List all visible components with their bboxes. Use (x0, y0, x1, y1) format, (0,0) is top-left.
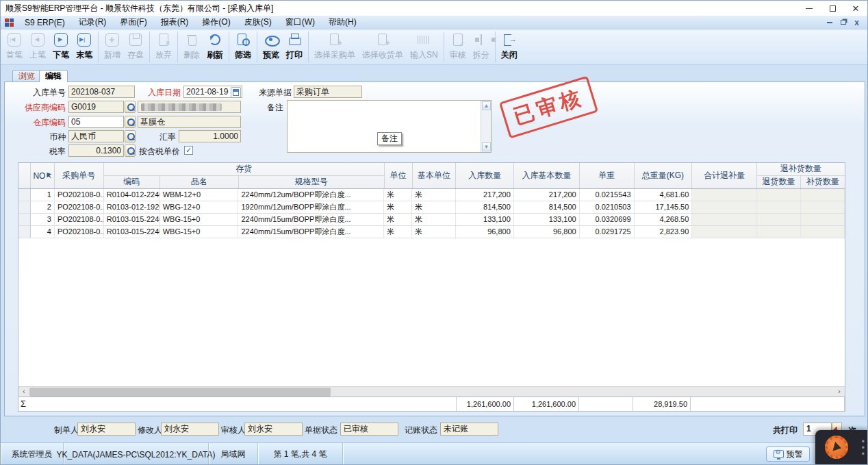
mdi-close-icon[interactable]: x (854, 18, 859, 27)
toolbar-button-print[interactable]: 打印 (283, 29, 306, 64)
detail-grid: NO 采购单号 存货 编码 品名 规格型号 单位 基本单位 入库数量 入库基本数… (18, 162, 845, 412)
maker-field: 刘永安 (77, 423, 136, 436)
grid-body: 1PO202108-0...R0104-012-2240-00WBM-12+02… (18, 189, 845, 238)
table-row[interactable]: 3PO202108-0...R0103-015-2240-00WBG-15+02… (18, 214, 845, 226)
delete-icon (183, 32, 200, 48)
col-header-base-qty[interactable]: 入库基本数量 (514, 163, 580, 188)
toolbar-button-refresh[interactable]: 刷新 (203, 29, 227, 64)
col-group-return: 退补货数量 退货数量 补货数量 (757, 163, 845, 188)
col-header-return-qty[interactable]: 退货数量 (757, 176, 801, 188)
status-network: 局域网 (209, 443, 258, 465)
currency-lookup-button[interactable] (125, 130, 136, 142)
col-header-total-weight[interactable]: 总重量(KG) (635, 163, 693, 188)
menu-operation[interactable]: 操作(O) (195, 16, 237, 29)
nav-prev-icon (29, 32, 46, 48)
table-row[interactable]: 4PO202108-0...R0103-015-2240-00WBG-15+02… (18, 226, 845, 238)
tab-edit[interactable]: 编辑 (39, 70, 68, 82)
toolbar-button-discard: 放弃 (152, 29, 175, 64)
status-database: YK_DATA(JAMES-PC\SQL2012:YK_DATA) (64, 443, 209, 465)
toolbar-button-input-sn: 输入SN (407, 29, 442, 64)
scroll-up-icon[interactable]: ▲ (482, 101, 491, 110)
col-header-name[interactable]: 品名 (160, 176, 239, 188)
toolbar-button-filter[interactable]: 筛选 (231, 29, 255, 64)
toolbar-button-preview[interactable]: 预览 (259, 29, 283, 64)
preview-icon (263, 32, 279, 48)
col-header-code[interactable]: 编码 (104, 176, 160, 188)
row-selector[interactable] (18, 226, 31, 238)
toolbar-separator (98, 32, 99, 62)
date-field[interactable]: 2021-08-19 (183, 86, 242, 98)
add-doc-icon (104, 32, 120, 48)
close-form-icon (501, 32, 518, 48)
scrollbar-thumb[interactable] (29, 388, 331, 397)
menu-report[interactable]: 报表(R) (154, 16, 196, 29)
col-header-inventory[interactable]: 存货 (104, 163, 385, 176)
scroll-right-icon[interactable]: › (834, 388, 844, 397)
toolbar-button-nav-next[interactable]: 下笔 (49, 29, 73, 64)
maximize-button[interactable] (821, 1, 844, 16)
supplier-code-field: G0019 (68, 101, 124, 113)
modifier-field: 刘永安 (161, 423, 219, 436)
row-selector[interactable] (18, 189, 31, 201)
select-receipt-icon (374, 32, 391, 48)
scroll-down-icon[interactable]: ▼ (482, 142, 491, 151)
warehouse-code-field[interactable]: 05 (68, 116, 124, 128)
remark-scrollbar[interactable]: ▲ ▼ (481, 101, 491, 152)
col-header-base-unit[interactable]: 基本单位 (413, 163, 457, 188)
col-header-spec[interactable]: 规格型号 (239, 176, 385, 188)
calendar-icon[interactable] (231, 87, 241, 98)
print-count-label: 共打印 (773, 424, 797, 436)
overlay-widget[interactable]: ••• (815, 430, 868, 465)
auditor-label: 审核人 (221, 424, 246, 436)
col-header-adj-total[interactable]: 合计退补量 (692, 163, 757, 188)
row-selector-header[interactable] (18, 163, 31, 188)
source-field: 采购订单 (294, 86, 362, 98)
minimize-button[interactable] (797, 1, 821, 16)
col-header-po[interactable]: 采购单号 (55, 163, 104, 188)
col-header-unit-weight[interactable]: 单重 (580, 163, 635, 188)
overlay-menu-dots-icon[interactable]: ••• (861, 438, 865, 457)
menu-s9erp[interactable]: S9 ERP(E) (18, 16, 72, 29)
row-selector[interactable] (18, 201, 31, 213)
tax-inclusive-checkbox[interactable]: ✓ (184, 146, 193, 155)
table-row[interactable]: 2PO202108-0...R0103-012-1920-00WBG-12+01… (18, 201, 845, 214)
toolbar-button-delete: 删除 (180, 29, 203, 64)
overlay-app-logo-icon[interactable] (825, 436, 848, 459)
col-header-no[interactable]: NO (31, 163, 55, 188)
menu-help[interactable]: 帮助(H) (322, 16, 363, 29)
scroll-left-icon[interactable]: ‹ (19, 388, 29, 397)
exchange-rate-field: 1.0000 (179, 130, 241, 142)
mdi-restore-icon[interactable] (841, 20, 846, 25)
tab-browse[interactable]: 浏览 (12, 70, 41, 82)
menu-interface[interactable]: 界面(F) (113, 16, 153, 29)
menu-window[interactable]: 窗口(W) (279, 16, 322, 29)
tax-rate-label: 税率 (38, 145, 66, 158)
menu-skin[interactable]: 皮肤(S) (238, 16, 279, 29)
col-header-qty[interactable]: 入库数量 (456, 163, 514, 188)
col-header-replenish-qty[interactable]: 补货数量 (801, 176, 845, 188)
table-header: NO 采购单号 存货 编码 品名 规格型号 单位 基本单位 入库数量 入库基本数… (18, 163, 845, 189)
toolbar-button-close-form[interactable]: 关闭 (498, 29, 521, 64)
close-button[interactable]: ✕ (844, 1, 867, 16)
toolbar-button-select-receipt: 选择收货单 (359, 29, 407, 64)
row-selector[interactable] (18, 214, 31, 225)
redacted-supplier-name (141, 103, 222, 111)
toolbar-button-nav-last[interactable]: 末笔 (73, 29, 96, 64)
warehouse-code-label: 仓库编码 (28, 116, 66, 129)
order-no-field: 202108-037 (68, 86, 135, 98)
input-sn-icon (416, 32, 432, 48)
horizontal-scrollbar[interactable]: ‹ › (18, 386, 845, 397)
select-po-icon (327, 32, 343, 48)
alert-button[interactable]: 预警 (766, 447, 810, 462)
filter-icon (235, 32, 251, 48)
table-row[interactable]: 1PO202108-0...R0104-012-2240-00WBM-12+02… (18, 189, 845, 201)
source-label: 来源单据 (256, 86, 292, 99)
tax-rate-lookup-button[interactable] (125, 144, 136, 157)
mdi-minimize-icon[interactable] (827, 22, 832, 23)
menu-record[interactable]: 记录(R) (72, 16, 114, 29)
supplier-lookup-button[interactable] (125, 101, 136, 113)
warehouse-lookup-button[interactable] (125, 116, 136, 128)
col-header-return-group[interactable]: 退补货数量 (757, 163, 845, 176)
toolbar-separator (257, 32, 257, 62)
col-header-unit[interactable]: 单位 (385, 163, 413, 188)
